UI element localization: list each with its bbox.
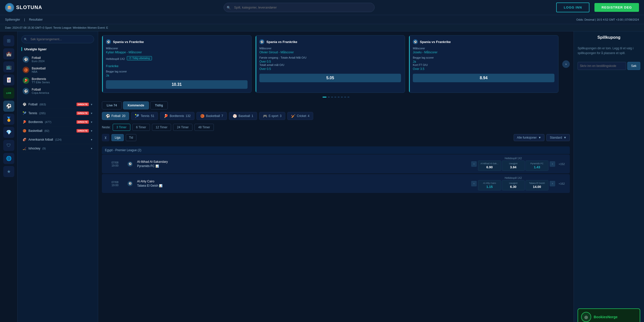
tab-tidlig[interactable]: Tidlig [150, 101, 168, 109]
order-code-input[interactable] [578, 62, 626, 70]
sidebar-icon-gem[interactable]: 💎 [3, 127, 14, 138]
sport-filter-baseball[interactable]: ⚾ Baseball 1 [229, 112, 257, 120]
match-time-2: 19:00 [105, 184, 125, 187]
more-odds-2[interactable]: +162 [556, 182, 567, 185]
card-scorer-value-3[interactable]: Joselu - Målscorer [413, 51, 554, 54]
sport-row-amfotball[interactable]: 🏈 Amerikansk fotball (124) ▼ [21, 135, 94, 144]
card-total-3[interactable]: 8.94 [413, 74, 554, 82]
card-total-value-2[interactable]: Over 0.5 [259, 67, 401, 71]
card-scorer-value-1[interactable]: Kylian Mbappe - Målscorer [106, 51, 248, 54]
sport-filter-label-bordtennis: Bordtennis [170, 114, 184, 118]
time-btn-48[interactable]: 48 Timer [194, 124, 214, 131]
sidebar-search-input[interactable] [21, 35, 94, 43]
tab-live[interactable]: Live 74 [102, 101, 122, 109]
sidebar-icon-star[interactable]: ★ [3, 166, 14, 177]
sport-filter-fotball[interactable]: ⚽ Fotball 20 [102, 112, 129, 120]
tab-kommende[interactable]: Kommende [123, 101, 149, 109]
sport-row-ishockey[interactable]: 🏒 Ishockey (9) ▼ [21, 144, 94, 153]
sport-filter-bordtennis[interactable]: 🏓 Bordtennis 132 [160, 112, 194, 120]
filter-liga[interactable]: Liga [111, 134, 124, 141]
card-total-1[interactable]: 10.31 [106, 80, 248, 89]
match-team-icon-2: ⚽ [128, 181, 133, 186]
card-both-value-3[interactable]: Ja [413, 60, 554, 63]
sport-row-bordtennis[interactable]: 🏓 Bordtennis (477) DIREKTE ▼ [21, 118, 94, 127]
odds-nav-prev-2[interactable]: ‹ [471, 181, 477, 186]
filter-tid[interactable]: Tid [126, 134, 136, 141]
bookies-text: BookiesNorge [594, 315, 618, 319]
time-btn-6[interactable]: 6 Timer [132, 124, 150, 131]
stats-icon-1[interactable]: 📊 [155, 165, 159, 168]
sport-row-basketball[interactable]: 🏀 Basketball (82) DIREKTE ▼ [21, 127, 94, 135]
stats-icon-2[interactable]: 📊 [159, 184, 163, 187]
sport-filter-basketball[interactable]: 🏀 Basketball 7 [196, 112, 227, 120]
card-short-value-3[interactable]: Over 3.5 [413, 67, 554, 71]
sport-filter-label-basketball: Basketball [206, 114, 220, 118]
odd-value-2a: 1.15 [479, 185, 499, 189]
main-content: ⚽ Spania vs Frankrike Målscorer Kylian M… [98, 31, 574, 322]
time-btn-3[interactable]: 3 Timer [113, 124, 130, 131]
card-both-value-1[interactable]: Ja [106, 74, 248, 77]
card-first-value-2[interactable]: Over 0.5 [259, 60, 401, 63]
dot-7 [344, 97, 346, 98]
match-section: Egypt - Premier League (2) 07/08 19:00 ⚽… [98, 146, 574, 197]
odd-btn-1b[interactable]: Pyramids FC 1.43 [526, 160, 548, 171]
sport-filter-esport[interactable]: 🎮 E-sport 3 [259, 112, 285, 120]
featured-leagues-title: Utvalgte ligaer [21, 47, 94, 51]
more-odds-1[interactable]: +152 [556, 163, 567, 166]
odd-btn-2x[interactable]: Uavgjort 6.30 [502, 180, 525, 190]
league-icon-basketball: 🏀 [23, 67, 29, 73]
right-panel: Spillkupong Spillkupongen din er tom. Le… [574, 31, 644, 322]
time-btn-24[interactable]: 24 Timer [173, 124, 192, 131]
sidebar-icon-live[interactable]: LIVE [3, 88, 14, 99]
sport-icon-basketball: 🏀 [23, 129, 26, 133]
infobar: Date: 2024-07-08 15:30 GMT+3 Sport: Tenn… [0, 24, 644, 31]
sport-filter-tennis[interactable]: 🎾 Tennis 51 [131, 112, 158, 120]
odds-nav-next-1[interactable]: › [550, 161, 555, 167]
match-date-1: 07/08 [105, 161, 125, 164]
sport-filter-icon-bordtennis: 🏓 [164, 114, 168, 118]
search-input[interactable] [224, 3, 375, 12]
spilleregler-link[interactable]: Spilleregler [5, 18, 20, 21]
odd-label-1b: Pyramids FC [527, 162, 547, 165]
sidebar-icon-medal[interactable]: 🏅 [3, 114, 14, 125]
cards-next-arrow[interactable]: › [562, 60, 570, 68]
order-search-button[interactable]: Søk [627, 62, 640, 70]
league-item-copa[interactable]: ⚽ Fotball Copa America [21, 86, 94, 96]
expand-icon-ishockey: ▼ [90, 147, 93, 150]
filter-toggle[interactable]: ⊻ [102, 134, 109, 141]
odds-nav-prev-1[interactable]: ‹ [471, 161, 477, 167]
sidebar-icon-monitor[interactable]: 📺 [3, 61, 14, 72]
sidebar-icon-sports[interactable]: ⚽ [3, 101, 14, 112]
sport-filter-count-cricket: 4 [308, 114, 309, 118]
odd-btn-2b[interactable]: Talaea El Geish 14.00 [526, 180, 548, 190]
sidebar-icon-globe[interactable]: 🌐 [3, 153, 14, 164]
login-button[interactable]: LOGG INN [556, 3, 589, 12]
bookies-ad[interactable]: ◎ BookiesNorge [578, 308, 640, 322]
league-item-euro2024[interactable]: ⚽ Fotball Euro 2024 [21, 54, 94, 65]
sidebar-icon-shield[interactable]: 🛡 [3, 140, 14, 151]
odd-label-2a: Al Ahly Cairo [479, 182, 499, 184]
standard-dropdown[interactable]: Standard ▼ [546, 134, 570, 141]
sidebar-icon-cards[interactable]: 🃏 [3, 74, 14, 86]
register-button[interactable]: REGISTRER DEG [594, 3, 639, 12]
sport-count-ishockey: (9) [42, 147, 46, 150]
card-title-2: Spania vs Frankrike [266, 40, 297, 44]
sport-row-fotball[interactable]: ⚽ Fotball (663) DIREKTE ▼ [21, 100, 94, 109]
card-scorer-value-2[interactable]: Olivier Giroud - Målscorer [259, 51, 401, 54]
time-btn-12[interactable]: 12 Timer [152, 124, 171, 131]
sidebar-icon-grid[interactable]: ⊞ [3, 35, 14, 46]
card-total-2[interactable]: 5.05 [259, 74, 401, 82]
odds-nav-next-2[interactable]: › [550, 181, 555, 186]
odd-btn-2a[interactable]: Al Ahly Cairo 1.15 [478, 180, 501, 190]
sport-filter-cricket[interactable]: 🏏 Cricket 4 [287, 112, 313, 120]
resultater-link[interactable]: Resultater [29, 18, 43, 21]
sidebar-icon-castle[interactable]: 🏰 [3, 48, 14, 59]
odd-btn-1x[interactable]: Uavgjort 3.84 [502, 160, 525, 171]
odd-btn-1a[interactable]: Al-Ittihad Al-Sak... 6.90 [478, 160, 501, 171]
card-half-value-1[interactable]: Frankrike [106, 64, 248, 68]
featured-card-1: ⚽ Spania vs Frankrike Målscorer Kylian M… [102, 35, 252, 93]
sport-row-tennis[interactable]: 🎾 Tennis (265) DIREKTE ▼ [21, 109, 94, 118]
league-item-tt[interactable]: 🏓 Bordtennis TT Elite Series [21, 75, 94, 86]
league-item-nba[interactable]: 🏀 Basketball NBA [21, 65, 94, 75]
alle-funksjoner-dropdown[interactable]: Alle funksjoner ▼ [514, 134, 545, 141]
